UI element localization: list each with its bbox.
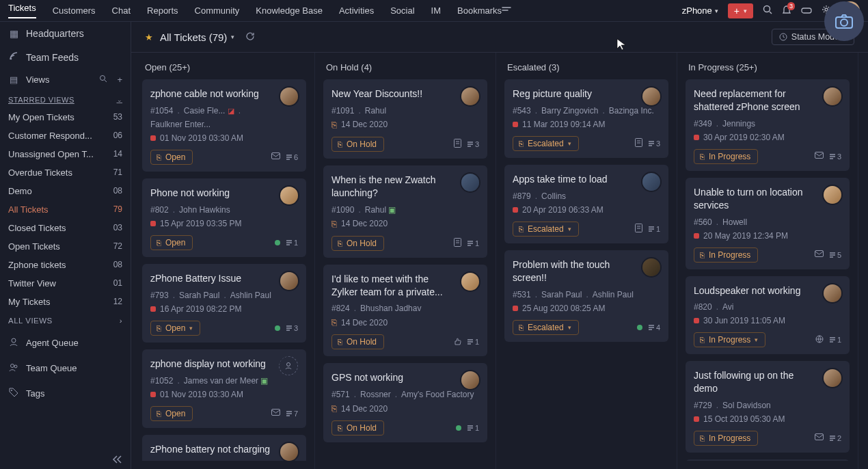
sidebar-tags[interactable]: Tags [0,381,131,406]
svg-point-10 [11,390,12,391]
ticket-title: zPhone Battery Issue [150,272,298,285]
sidebar-agent-queue[interactable]: Agent Queue [0,330,131,356]
topnav-tickets[interactable]: Tickets [8,3,36,18]
view-item[interactable]: Demo08 [0,182,131,200]
view-item[interactable]: Zphone tickets08 [0,256,131,274]
feed-icon [8,51,19,63]
view-item[interactable]: All Tickets79 [0,200,131,219]
screenshot-tool-icon[interactable] [824,1,864,41]
topnav-knowledge-base[interactable]: Knowledge Base [256,5,323,16]
view-item[interactable]: Unassigned Open T...14 [0,145,131,163]
svg-rect-1 [802,8,811,13]
assignee-avatar[interactable] [641,172,662,192]
column-header: Escalated (3) [504,59,671,79]
sidebar-team-queue[interactable]: Team Queue [0,356,131,381]
ticket-card[interactable]: Problem with the touch screen!!#531.Sara… [504,250,668,342]
ticket-card[interactable]: GPS not working#571.Rossner.Amy's Food F… [323,363,487,442]
ticket-card[interactable]: Unable to turn on location services#560.… [686,178,850,269]
assignee-avatar[interactable] [279,185,299,206]
assignee-avatar[interactable] [822,86,843,107]
status-pill[interactable]: ⎘In Progress [694,149,758,164]
ticket-card[interactable]: Need replacement for shattered zPhone sc… [686,79,850,171]
view-item[interactable]: Customer Respond...06 [0,126,131,145]
ticket-card[interactable]: zPhone Battery Issue#793.Sarah Paul.Ashl… [142,264,306,343]
green-dot-icon [456,423,461,433]
view-title[interactable]: All Tickets (79)▾ [160,31,234,43]
assignee-avatar[interactable] [460,370,480,390]
ticket-card[interactable]: zphone cable not working#1054.Casie Fle.… [142,79,306,172]
status-pill[interactable]: ⎘On Hold [331,236,384,251]
status-pill[interactable]: ⎘In Progress [694,431,758,446]
assignee-avatar[interactable] [822,283,843,304]
assignee-avatar[interactable] [279,271,299,291]
assignee-avatar[interactable] [460,172,480,193]
status-pill[interactable]: ⎘Open ▾ [150,321,200,336]
topnav-reports[interactable]: Reports [147,5,178,16]
assignee-avatar[interactable] [279,86,299,107]
topnav-bookmarks[interactable]: Bookmarks [457,5,502,16]
ticket-card[interactable]: Just following up on the demo#729.Sol Da… [686,361,850,453]
ticket-card[interactable]: I'd like to meet with the Zylker team fo… [323,265,487,357]
notification-icon[interactable]: 3 [782,5,791,16]
ticket-card[interactable]: zphone display not working#1052.James va… [142,349,306,428]
assignee-avatar[interactable] [279,442,299,461]
status-pill[interactable]: ⎘On Hold [331,137,384,152]
view-label: Zphone tickets [8,260,66,270]
status-pill[interactable]: ⎘In Progress [694,247,758,263]
topnav-community[interactable]: Community [195,5,240,16]
all-views-header[interactable]: ALL VIEWS › [0,311,131,330]
sidebar-headquarters[interactable]: ▦ Headquarters [0,22,131,45]
view-item[interactable]: My Open Tickets53 [0,108,131,126]
topnav-chat[interactable]: Chat [112,5,131,16]
status-pill[interactable]: ⎘In Progress ▾ [694,332,765,347]
topnav-social[interactable]: Social [390,5,414,16]
ticket-card[interactable]: zPhone display flickers#900 [686,459,850,461]
status-pill[interactable]: ⎘Open [150,406,193,421]
ticket-card[interactable]: Apps take time to load#879.Collins20 Apr… [504,165,668,243]
ticket-card[interactable]: New Year Discounts!!#1091.Rahul⎘14 Dec 2… [323,79,487,159]
assignee-avatar[interactable] [641,86,662,107]
ticket-card[interactable]: Reg picture quality#543.Barry Zingovich.… [504,79,668,158]
topnav-im[interactable]: IM [431,5,441,16]
status-pill[interactable]: ⎘Open [150,235,193,250]
status-pill[interactable]: ⎘Open [150,150,193,165]
view-item[interactable]: Open Tickets72 [0,237,131,256]
view-item[interactable]: Overdue Tickets71 [0,163,131,182]
assign-avatar[interactable] [279,356,299,377]
status-pill[interactable]: ⎘Escalated ▾ [513,320,579,335]
refresh-icon[interactable] [245,31,255,43]
ticket-card[interactable]: Loudspeaker not working#820.Avi30 Jun 20… [686,276,850,355]
sidebar-views[interactable]: ▤ Views + [0,69,131,90]
assignee-avatar[interactable] [641,257,662,278]
add-button[interactable]: + ▾ [728,3,753,18]
view-item[interactable]: My Tickets12 [0,293,131,311]
ticket-card[interactable]: When is the new Zwatch launching?#1090.R… [323,165,487,258]
overflow-icon[interactable] [502,5,511,16]
view-item[interactable]: Closed Tickets03 [0,219,131,237]
assignee-avatar[interactable] [822,185,843,205]
view-item[interactable]: Twitter View01 [0,274,131,293]
status-pill[interactable]: ⎘Escalated ▾ [513,136,579,151]
assignee-avatar[interactable] [460,271,480,292]
assignee-avatar[interactable] [460,86,480,107]
overdue-icon [513,122,518,127]
brand-selector[interactable]: zPhone▾ [682,5,718,16]
starred-views-header[interactable]: STARRED VIEWS ⌄ [0,90,131,108]
status-pill[interactable]: ⎘On Hold [331,334,384,349]
search-icon[interactable] [763,5,772,16]
overdue-icon [694,416,699,422]
view-add-icon[interactable]: + [117,75,122,85]
collapse-sidebar-icon[interactable] [0,450,131,469]
status-pill[interactable]: ⎘On Hold [331,420,384,436]
ticket-card[interactable]: zPhone battery not charging#807.Jacob Mc… [142,435,306,461]
sidebar-team-feeds[interactable]: Team Feeds [0,45,131,69]
gamepad-icon[interactable] [801,5,812,16]
status-pill[interactable]: ⎘Escalated ▾ [513,222,579,237]
star-icon[interactable]: ★ [145,32,153,42]
ticket-card[interactable]: Phone not working#802.John Hawkins15 Apr… [142,178,306,257]
view-search-icon[interactable] [99,75,107,85]
topnav-customers[interactable]: Customers [53,5,96,16]
topnav-activities[interactable]: Activities [339,5,374,16]
sidebar: ▦ Headquarters Team Feeds ▤ Views + STAR… [0,22,131,469]
overdue-icon [150,306,156,312]
